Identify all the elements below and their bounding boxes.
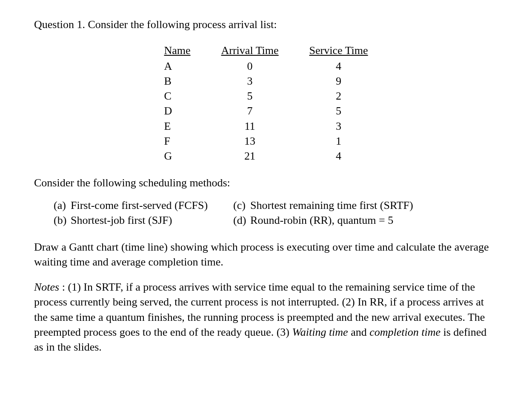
- methods-col-left: (a) First-come first-served (FCFS) (b) S…: [54, 198, 208, 228]
- cell-service: 3: [294, 119, 383, 134]
- method-label: (a): [54, 198, 71, 213]
- methods-list: (a) First-come first-served (FCFS) (b) S…: [34, 198, 498, 228]
- table-row: D 7 5: [149, 103, 383, 118]
- col-header-name: Name: [149, 42, 206, 59]
- cell-service: 4: [294, 149, 383, 163]
- table-row: F 13 1: [149, 134, 383, 149]
- cell-service: 2: [294, 89, 383, 103]
- cell-arrival: 5: [206, 89, 294, 103]
- method-text: First-come first-served (FCFS): [71, 198, 208, 213]
- cell-arrival: 11: [206, 119, 294, 134]
- method-text: Round-robin (RR), quantum = 5: [250, 213, 393, 228]
- cell-service: 4: [294, 59, 383, 74]
- method-label: (d): [233, 213, 250, 228]
- table-row: E 11 3: [149, 119, 383, 134]
- cell-arrival: 0: [206, 59, 294, 74]
- cell-arrival: 3: [206, 74, 294, 89]
- notes-completion-time: completion time: [369, 326, 440, 338]
- method-text: Shortest remaining time first (SRTF): [250, 198, 413, 213]
- cell-name: G: [149, 149, 206, 163]
- cell-name: F: [149, 134, 206, 149]
- method-item-d: (d) Round-robin (RR), quantum = 5: [233, 213, 413, 228]
- cell-arrival: 13: [206, 134, 294, 149]
- col-header-arrival: Arrival Time: [206, 42, 294, 59]
- method-item-b: (b) Shortest-job first (SJF): [54, 213, 208, 228]
- notes-and: and: [348, 326, 370, 338]
- question-intro: Question 1. Consider the following proce…: [34, 17, 498, 32]
- notes: Notes : (1) In SRTF, if a process arrive…: [34, 280, 498, 354]
- process-table: Name Arrival Time Service Time A 0 4 B 3…: [149, 42, 383, 163]
- methods-col-right: (c) Shortest remaining time first (SRTF)…: [233, 198, 413, 228]
- table-row: G 21 4: [149, 149, 383, 163]
- table-row: B 3 9: [149, 74, 383, 89]
- notes-prefix: Notes: [34, 281, 59, 293]
- cell-arrival: 21: [206, 149, 294, 163]
- cell-name: B: [149, 74, 206, 89]
- method-item-a: (a) First-come first-served (FCFS): [54, 198, 208, 213]
- col-header-service: Service Time: [294, 42, 383, 59]
- cell-name: A: [149, 59, 206, 74]
- table-row: C 5 2: [149, 89, 383, 103]
- method-label: (c): [233, 198, 250, 213]
- methods-subhead: Consider the following scheduling method…: [34, 175, 498, 190]
- method-text: Shortest-job first (SJF): [71, 213, 172, 228]
- cell-name: E: [149, 119, 206, 134]
- cell-service: 5: [294, 103, 383, 118]
- cell-name: C: [149, 89, 206, 103]
- instructions: Draw a Gantt chart (time line) showing w…: [34, 240, 498, 269]
- cell-arrival: 7: [206, 103, 294, 118]
- notes-sep: :: [59, 281, 68, 293]
- method-label: (b): [54, 213, 71, 228]
- cell-service: 9: [294, 74, 383, 89]
- cell-service: 1: [294, 134, 383, 149]
- table-row: A 0 4: [149, 59, 383, 74]
- table-header-row: Name Arrival Time Service Time: [149, 42, 383, 59]
- notes-waiting-time: Waiting time: [292, 326, 348, 338]
- cell-name: D: [149, 103, 206, 118]
- method-item-c: (c) Shortest remaining time first (SRTF): [233, 198, 413, 213]
